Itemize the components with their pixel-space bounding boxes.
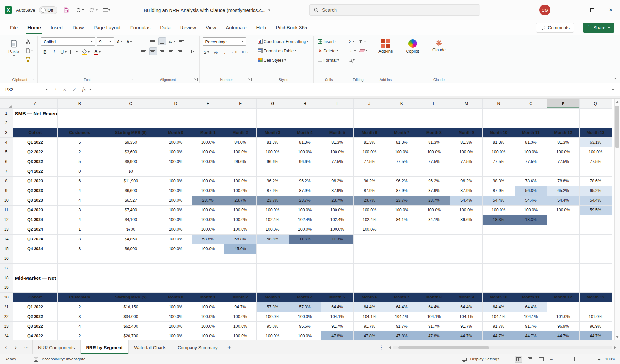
page-break-view-button[interactable] — [537, 356, 545, 363]
cell-G13[interactable]: 100.0% — [256, 225, 289, 234]
redo-button[interactable] — [88, 5, 98, 15]
cell-B9[interactable]: 4 — [57, 186, 102, 196]
row-header-14[interactable]: 14 — [0, 234, 13, 244]
cell-I1[interactable] — [321, 108, 353, 118]
cell-L7[interactable] — [418, 167, 450, 176]
ribbon-tab-automate[interactable]: Automate — [221, 20, 251, 35]
cut-button[interactable] — [24, 37, 32, 45]
cell-C18[interactable] — [102, 273, 160, 283]
cell-I5[interactable]: 100.0% — [321, 147, 353, 157]
cell-G11[interactable]: 100.0% — [256, 205, 289, 215]
row-header-7[interactable]: 7 — [0, 167, 13, 176]
search-box[interactable]: Search — [309, 4, 480, 16]
sheet-tab-waterfall-charts[interactable]: Waterfall Charts — [129, 340, 172, 354]
decrease-indent-button[interactable] — [167, 47, 175, 55]
cell-D3[interactable]: Month 0 — [160, 128, 192, 137]
cell-J2[interactable] — [353, 118, 386, 128]
cell-P21[interactable] — [547, 302, 579, 312]
cell-M21[interactable]: 64.4% — [450, 302, 482, 312]
cell-I4[interactable]: 81.3% — [321, 137, 353, 147]
cell-J11[interactable]: 100.0% — [353, 205, 386, 215]
cell-Q12[interactable] — [579, 215, 612, 225]
cell-K15[interactable] — [386, 244, 418, 254]
paste-button[interactable]: Paste — [5, 37, 22, 58]
cell-A14[interactable]: Q3 2024 — [13, 234, 57, 244]
cell-B20[interactable]: Customers — [57, 292, 102, 302]
cell-M9[interactable]: 87.9% — [450, 186, 482, 196]
cell-M12[interactable]: 86.6% — [450, 215, 482, 225]
clear-button[interactable] — [358, 47, 368, 55]
column-header-P[interactable]: P — [547, 99, 579, 108]
cell-A22[interactable]: Q2 2022 — [13, 312, 57, 321]
zoom-slider-thumb[interactable] — [574, 357, 575, 361]
cell-O18[interactable] — [515, 273, 547, 283]
row-header-3[interactable]: 3 — [0, 128, 13, 137]
cell-H19[interactable] — [289, 283, 321, 292]
cell-D19[interactable] — [160, 283, 192, 292]
cell-A19[interactable] — [13, 283, 57, 292]
row-header-12[interactable]: 12 — [0, 215, 13, 225]
cell-O21[interactable]: 64.4% — [515, 302, 547, 312]
cell-H22[interactable]: 100.0% — [289, 312, 321, 321]
addins-button[interactable]: Add-ins — [375, 37, 396, 56]
cell-C23[interactable]: $62,400 — [102, 321, 160, 331]
cell-P11[interactable]: 100.0% — [547, 205, 579, 215]
cell-J17[interactable] — [353, 263, 386, 273]
cell-B11[interactable]: 3 — [57, 205, 102, 215]
cell-F8[interactable]: 100.0% — [224, 176, 256, 186]
cell-L15[interactable] — [418, 244, 450, 254]
zoom-out-button[interactable]: − — [549, 357, 554, 362]
hscroll-track[interactable] — [393, 346, 612, 349]
cell-F11[interactable]: 100.0% — [224, 205, 256, 215]
cell-Q18[interactable] — [579, 273, 612, 283]
cell-C14[interactable]: $4,850 — [102, 234, 160, 244]
autosum-button[interactable]: Σ — [347, 37, 356, 45]
cell-Q7[interactable] — [579, 167, 612, 176]
cell-H12[interactable]: 102.4% — [289, 215, 321, 225]
cell-N16[interactable] — [482, 254, 515, 263]
cell-O3[interactable]: Month 11 — [515, 128, 547, 137]
cell-Q1[interactable] — [579, 108, 612, 118]
cell-J12[interactable]: 102.4% — [353, 215, 386, 225]
cell-M11[interactable]: 100.0% — [450, 205, 482, 215]
cell-Q19[interactable] — [579, 283, 612, 292]
cell-N8[interactable]: 98.3% — [482, 176, 515, 186]
cell-P5[interactable]: 100.0% — [547, 147, 579, 157]
cell-E2[interactable] — [192, 118, 224, 128]
cell-J15[interactable] — [353, 244, 386, 254]
row-header-15[interactable]: 15 — [0, 244, 13, 254]
cell-I3[interactable]: Month 5 — [321, 128, 353, 137]
cell-G23[interactable]: 95.0% — [256, 321, 289, 331]
cell-O10[interactable]: 54.4% — [515, 196, 547, 205]
cell-Q14[interactable] — [579, 234, 612, 244]
row-header-2[interactable]: 2 — [0, 118, 13, 128]
cell-J8[interactable]: 96.2% — [353, 176, 386, 186]
column-header-C[interactable]: C — [102, 99, 160, 108]
cell-K18[interactable] — [386, 273, 418, 283]
cell-H16[interactable] — [289, 254, 321, 263]
cell-F6[interactable]: 96.6% — [224, 157, 256, 167]
cell-A24[interactable]: Q4 2022 — [13, 331, 57, 340]
cell-C19[interactable] — [102, 283, 160, 292]
cell-D20[interactable]: Month 0 — [160, 292, 192, 302]
cell-I19[interactable] — [321, 283, 353, 292]
cell-N15[interactable] — [482, 244, 515, 254]
cell-C17[interactable] — [102, 263, 160, 273]
cell-E20[interactable]: Month 1 — [192, 292, 224, 302]
format-as-table-button[interactable]: Format as Table — [257, 47, 298, 55]
cell-J19[interactable] — [353, 283, 386, 292]
cell-I15[interactable] — [321, 244, 353, 254]
cell-M7[interactable] — [450, 167, 482, 176]
cell-A1[interactable]: SMB — Net Revenue Retention — [13, 108, 57, 118]
cell-H8[interactable]: 96.2% — [289, 176, 321, 186]
cell-O22[interactable]: 104.1% — [515, 312, 547, 321]
cell-P13[interactable] — [547, 225, 579, 234]
bold-button[interactable]: B — [41, 48, 49, 56]
column-header-K[interactable]: K — [386, 99, 418, 108]
column-header-I[interactable]: I — [321, 99, 353, 108]
cell-C5[interactable]: $3,600 — [102, 147, 160, 157]
cell-I13[interactable]: 100.0% — [321, 225, 353, 234]
cell-D2[interactable] — [160, 118, 192, 128]
cell-B3[interactable]: Customers — [57, 128, 102, 137]
ribbon-tab-file[interactable]: File — [5, 20, 23, 35]
